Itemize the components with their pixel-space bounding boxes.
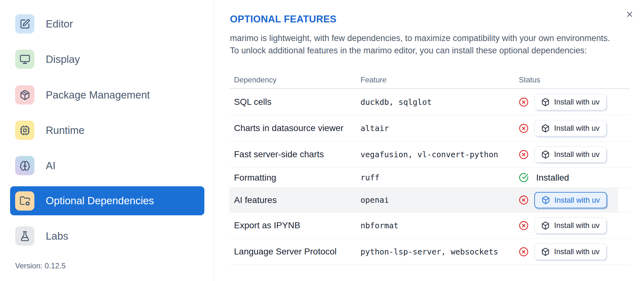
package-icon (20, 90, 30, 100)
install-with-uv-button[interactable]: Install with uv (534, 146, 606, 163)
status-cell: Install with uv (519, 243, 630, 260)
description-line-2: To unlock additional features in the mar… (230, 45, 610, 57)
column-header-status: Status (519, 75, 630, 84)
folder-cog-icon (20, 195, 30, 206)
table-header: Dependency Feature Status (229, 71, 630, 89)
circle-x-icon (519, 247, 529, 257)
installed-status-label: Installed (536, 173, 569, 183)
table-body: SQL cells duckdb, sqlglot Install with u… (229, 89, 630, 265)
settings-sidebar: Editor Display Package Management Runtim… (0, 0, 214, 281)
table-row: Fast server-side charts vegafusion, vl-c… (229, 141, 630, 168)
sidebar-item-label: Labs (46, 230, 68, 242)
box-icon (541, 98, 550, 106)
feature-cell: vegafusion, vl-convert-python (360, 150, 519, 159)
sidebar-item-label: Display (46, 53, 80, 65)
status-cell: Install with uv (519, 146, 630, 163)
status-cell: Install with uv (519, 120, 630, 136)
table-row: Formatting ruff Installed (229, 168, 630, 188)
dependency-cell: AI features (234, 195, 360, 205)
dependency-cell: Charts in datasource viewer (234, 123, 360, 133)
close-icon (625, 10, 634, 19)
flask-icon (20, 231, 30, 242)
feature-cell: python-lsp-server, websockets (360, 247, 519, 256)
feature-cell: nbformat (360, 221, 519, 230)
sidebar-item-editor[interactable]: Editor (15, 14, 73, 33)
install-with-uv-button[interactable]: Install with uv (534, 217, 606, 234)
sidebar-item-package-management[interactable]: Package Management (15, 85, 150, 105)
feature-cell: openai (360, 195, 519, 205)
feature-cell: duckdb, sqlglot (360, 98, 519, 107)
feature-cell: ruff (360, 173, 519, 182)
table-row: Language Server Protocol python-lsp-serv… (229, 239, 630, 265)
optional-features-table: Dependency Feature Status SQL cells duck… (229, 71, 630, 265)
table-row: SQL cells duckdb, sqlglot Install with u… (229, 89, 630, 115)
table-row: AI features openai Install with uv (229, 188, 630, 212)
sidebar-item-label: Optional Dependencies (46, 195, 154, 207)
close-button[interactable] (623, 8, 636, 21)
circle-x-icon (519, 97, 529, 107)
install-with-uv-button[interactable]: Install with uv (534, 243, 606, 260)
sidebar-item-runtime[interactable]: Runtime (15, 121, 85, 140)
box-icon (541, 124, 550, 133)
circle-x-icon (519, 221, 529, 230)
dependency-cell: Fast server-side charts (234, 149, 360, 159)
box-icon (542, 196, 550, 204)
install-with-uv-button[interactable]: Install with uv (534, 94, 606, 110)
table-row: Charts in datasource viewer altair Insta… (229, 115, 630, 141)
settings-dialog: Editor Display Package Management Runtim… (0, 0, 644, 281)
sidebar-item-labs[interactable]: Labs (15, 226, 68, 246)
sidebar-item-label: Package Management (46, 89, 150, 101)
sidebar-nav: Editor Display Package Management Runtim… (0, 0, 214, 281)
box-icon (541, 150, 550, 159)
circle-x-icon (519, 150, 529, 159)
status-cell: Install with uv (519, 94, 630, 110)
install-with-uv-button[interactable]: Install with uv (534, 192, 607, 208)
circle-check-icon (519, 173, 529, 182)
sidebar-item-label: AI (46, 160, 56, 172)
dependency-cell: Export as IPYNB (234, 220, 360, 230)
box-icon (541, 248, 550, 256)
circle-x-icon (519, 195, 529, 205)
sidebar-item-optional-dependencies[interactable]: Optional Dependencies (10, 186, 204, 215)
page-description: marimo is lightweight, with few dependen… (230, 32, 610, 57)
box-icon (541, 221, 550, 230)
version-label: Version: 0.12.5 (15, 261, 66, 270)
square-pen-icon (20, 19, 30, 29)
dependency-cell: Formatting (234, 173, 360, 183)
status-cell: Install with uv (519, 192, 630, 208)
column-header-feature: Feature (360, 75, 519, 84)
circle-x-icon (519, 123, 529, 133)
status-cell: Install with uv (519, 217, 630, 234)
page-title: OPTIONAL FEATURES (230, 14, 337, 25)
dependency-cell: Language Server Protocol (234, 247, 360, 257)
brain-icon (20, 160, 30, 171)
sidebar-item-display[interactable]: Display (15, 50, 80, 69)
dependency-cell: SQL cells (234, 97, 360, 107)
feature-cell: altair (360, 124, 519, 133)
description-line-1: marimo is lightweight, with few dependen… (230, 32, 610, 45)
sidebar-item-label: Editor (46, 18, 73, 30)
sidebar-item-label: Runtime (46, 124, 85, 136)
cpu-icon (20, 125, 30, 136)
column-header-dependency: Dependency (234, 75, 360, 84)
install-with-uv-button[interactable]: Install with uv (534, 120, 606, 136)
optional-features-panel: OPTIONAL FEATURES marimo is lightweight,… (214, 0, 644, 281)
sidebar-item-ai[interactable]: AI (15, 156, 56, 175)
monitor-icon (20, 54, 30, 65)
table-row: Export as IPYNB nbformat Install with uv (229, 212, 630, 239)
status-cell: Installed (519, 173, 630, 183)
